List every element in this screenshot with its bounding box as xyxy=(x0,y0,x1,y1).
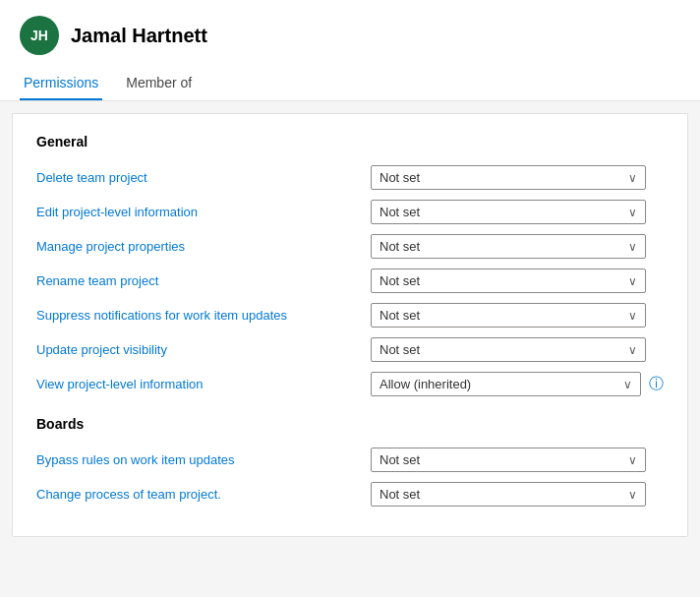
chevron-down-icon: ∨ xyxy=(628,240,637,254)
perm-value-update-project-visibility: Not set xyxy=(379,342,420,357)
perm-label-bypass-rules: Bypass rules on work item updates xyxy=(36,452,371,467)
user-name: Jamal Hartnett xyxy=(71,25,207,47)
chevron-down-icon: ∨ xyxy=(623,378,632,391)
permission-row: Manage project properties Not set ∨ xyxy=(36,234,664,259)
boards-section: Boards Bypass rules on work item updates… xyxy=(36,416,664,507)
perm-label-view-project-info: View project-level information xyxy=(36,377,371,391)
general-section-title: General xyxy=(36,134,664,149)
chevron-down-icon: ∨ xyxy=(628,343,637,357)
perm-label-edit-project-info: Edit project-level information xyxy=(36,205,371,219)
perm-select-delete-team-project[interactable]: Not set ∨ xyxy=(371,165,646,190)
user-row: JH Jamal Hartnett xyxy=(20,16,680,55)
perm-label-rename-team-project: Rename team project xyxy=(36,273,371,288)
perm-select-manage-project-props[interactable]: Not set ∨ xyxy=(371,234,646,259)
permission-row: Change process of team project. Not set … xyxy=(36,482,664,507)
chevron-down-icon: ∨ xyxy=(628,171,637,185)
perm-select-rename-team-project[interactable]: Not set ∨ xyxy=(371,269,646,293)
permission-row: Edit project-level information Not set ∨ xyxy=(36,200,664,224)
perm-value-delete-team-project: Not set xyxy=(379,170,420,185)
perm-label-update-project-visibility: Update project visibility xyxy=(36,342,371,357)
perm-value-edit-project-info: Not set xyxy=(379,205,420,219)
tab-member-of[interactable]: Member of xyxy=(122,67,196,100)
perm-select-update-project-visibility[interactable]: Not set ∨ xyxy=(371,337,646,362)
chevron-down-icon: ∨ xyxy=(628,206,637,219)
perm-value-manage-project-props: Not set xyxy=(379,239,420,254)
permission-row: Bypass rules on work item updates Not se… xyxy=(36,448,664,472)
perm-select-bypass-rules[interactable]: Not set ∨ xyxy=(371,448,646,472)
perm-select-suppress-notifications[interactable]: Not set ∨ xyxy=(371,303,646,328)
tab-permissions[interactable]: Permissions xyxy=(20,67,102,100)
perm-value-change-process: Not set xyxy=(379,487,420,502)
page-header: JH Jamal Hartnett Permissions Member of xyxy=(0,0,700,101)
perm-value-rename-team-project: Not set xyxy=(379,273,420,288)
permission-row: Update project visibility Not set ∨ xyxy=(36,337,664,362)
perm-value-bypass-rules: Not set xyxy=(379,452,420,467)
perm-select-change-process[interactable]: Not set ∨ xyxy=(371,482,646,507)
chevron-down-icon: ∨ xyxy=(628,309,637,323)
perm-select-edit-project-info[interactable]: Not set ∨ xyxy=(371,200,646,224)
perm-value-view-project-info: Allow (inherited) xyxy=(379,377,471,391)
perm-value-suppress-notifications: Not set xyxy=(379,308,420,323)
info-icon[interactable]: ⓘ xyxy=(649,375,664,393)
chevron-down-icon: ∨ xyxy=(628,274,637,288)
permission-row: Suppress notifications for work item upd… xyxy=(36,303,664,328)
perm-label-delete-team-project: Delete team project xyxy=(36,170,371,185)
permission-row: View project-level information Allow (in… xyxy=(36,372,664,396)
chevron-down-icon: ∨ xyxy=(628,453,637,467)
perm-select-view-project-info[interactable]: Allow (inherited) ∨ xyxy=(371,372,641,396)
avatar: JH xyxy=(20,16,59,55)
permissions-content: General Delete team project Not set ∨ Ed… xyxy=(12,113,688,537)
perm-label-manage-project-props: Manage project properties xyxy=(36,239,371,254)
chevron-down-icon: ∨ xyxy=(628,488,637,502)
permission-row: Delete team project Not set ∨ xyxy=(36,165,664,190)
permission-row: Rename team project Not set ∨ xyxy=(36,269,664,293)
tabs-container: Permissions Member of xyxy=(20,67,680,100)
perm-label-change-process: Change process of team project. xyxy=(36,487,371,502)
perm-label-suppress-notifications: Suppress notifications for work item upd… xyxy=(36,308,371,323)
boards-section-title: Boards xyxy=(36,416,664,432)
